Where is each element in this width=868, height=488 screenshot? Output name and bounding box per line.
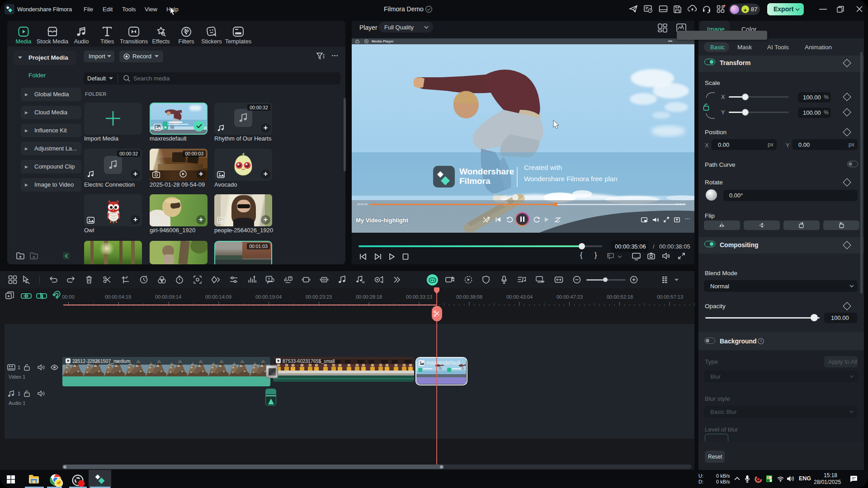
svg-text:AI: AI xyxy=(362,281,365,284)
svg-text:?: ? xyxy=(760,339,762,343)
svg-text:Filmora: Filmora xyxy=(459,176,491,186)
svg-text:Wondershare: Wondershare xyxy=(459,167,514,176)
svg-text:T: T xyxy=(268,277,270,282)
svg-text:T: T xyxy=(289,277,292,281)
svg-text:Wondershare Filmora free plan: Wondershare Filmora free plan xyxy=(524,175,617,183)
svg-text:Created with: Created with xyxy=(524,164,562,171)
